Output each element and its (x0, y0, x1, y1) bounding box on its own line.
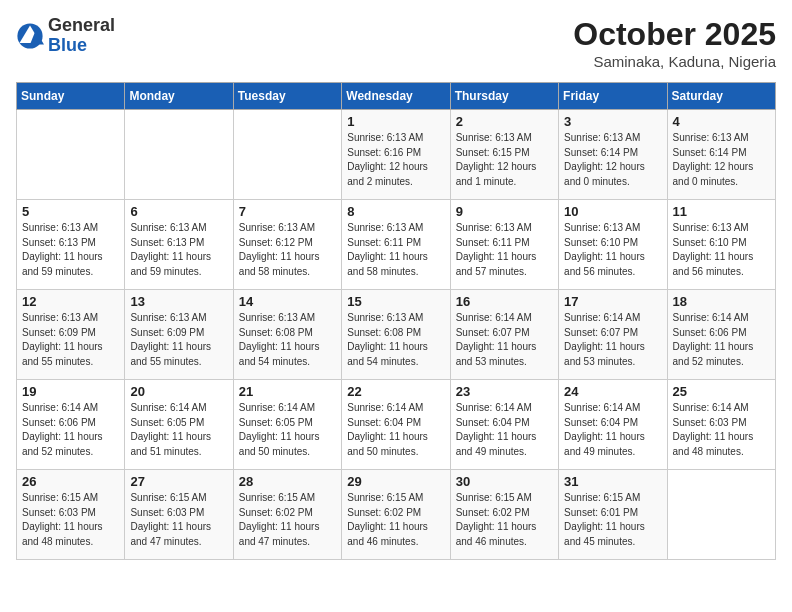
day-info: Sunrise: 6:14 AM Sunset: 6:04 PM Dayligh… (564, 401, 661, 459)
day-cell: 5Sunrise: 6:13 AM Sunset: 6:13 PM Daylig… (17, 200, 125, 290)
location: Saminaka, Kaduna, Nigeria (573, 53, 776, 70)
day-cell: 19Sunrise: 6:14 AM Sunset: 6:06 PM Dayli… (17, 380, 125, 470)
day-number: 8 (347, 204, 444, 219)
day-cell: 22Sunrise: 6:14 AM Sunset: 6:04 PM Dayli… (342, 380, 450, 470)
day-info: Sunrise: 6:14 AM Sunset: 6:05 PM Dayligh… (130, 401, 227, 459)
day-cell: 1Sunrise: 6:13 AM Sunset: 6:16 PM Daylig… (342, 110, 450, 200)
day-info: Sunrise: 6:14 AM Sunset: 6:06 PM Dayligh… (673, 311, 770, 369)
day-cell: 10Sunrise: 6:13 AM Sunset: 6:10 PM Dayli… (559, 200, 667, 290)
day-cell: 31Sunrise: 6:15 AM Sunset: 6:01 PM Dayli… (559, 470, 667, 560)
day-info: Sunrise: 6:13 AM Sunset: 6:15 PM Dayligh… (456, 131, 553, 189)
day-cell: 15Sunrise: 6:13 AM Sunset: 6:08 PM Dayli… (342, 290, 450, 380)
day-number: 30 (456, 474, 553, 489)
day-cell: 27Sunrise: 6:15 AM Sunset: 6:03 PM Dayli… (125, 470, 233, 560)
day-number: 10 (564, 204, 661, 219)
week-row-1: 1Sunrise: 6:13 AM Sunset: 6:16 PM Daylig… (17, 110, 776, 200)
day-info: Sunrise: 6:15 AM Sunset: 6:02 PM Dayligh… (347, 491, 444, 549)
day-cell: 7Sunrise: 6:13 AM Sunset: 6:12 PM Daylig… (233, 200, 341, 290)
day-number: 4 (673, 114, 770, 129)
day-info: Sunrise: 6:15 AM Sunset: 6:02 PM Dayligh… (239, 491, 336, 549)
logo: General Blue (16, 16, 115, 56)
day-cell (125, 110, 233, 200)
day-number: 26 (22, 474, 119, 489)
weekday-friday: Friday (559, 83, 667, 110)
logo-general: General (48, 15, 115, 35)
day-number: 28 (239, 474, 336, 489)
day-info: Sunrise: 6:14 AM Sunset: 6:07 PM Dayligh… (564, 311, 661, 369)
day-number: 29 (347, 474, 444, 489)
day-cell (667, 470, 775, 560)
day-info: Sunrise: 6:13 AM Sunset: 6:14 PM Dayligh… (564, 131, 661, 189)
day-cell: 18Sunrise: 6:14 AM Sunset: 6:06 PM Dayli… (667, 290, 775, 380)
day-cell: 24Sunrise: 6:14 AM Sunset: 6:04 PM Dayli… (559, 380, 667, 470)
day-cell: 12Sunrise: 6:13 AM Sunset: 6:09 PM Dayli… (17, 290, 125, 380)
weekday-row: SundayMondayTuesdayWednesdayThursdayFrid… (17, 83, 776, 110)
weekday-thursday: Thursday (450, 83, 558, 110)
day-cell: 3Sunrise: 6:13 AM Sunset: 6:14 PM Daylig… (559, 110, 667, 200)
day-cell (233, 110, 341, 200)
day-info: Sunrise: 6:15 AM Sunset: 6:03 PM Dayligh… (22, 491, 119, 549)
day-number: 9 (456, 204, 553, 219)
day-cell: 20Sunrise: 6:14 AM Sunset: 6:05 PM Dayli… (125, 380, 233, 470)
day-number: 27 (130, 474, 227, 489)
weekday-wednesday: Wednesday (342, 83, 450, 110)
day-number: 2 (456, 114, 553, 129)
day-number: 23 (456, 384, 553, 399)
day-cell: 9Sunrise: 6:13 AM Sunset: 6:11 PM Daylig… (450, 200, 558, 290)
day-number: 17 (564, 294, 661, 309)
day-number: 16 (456, 294, 553, 309)
day-cell: 17Sunrise: 6:14 AM Sunset: 6:07 PM Dayli… (559, 290, 667, 380)
day-cell: 28Sunrise: 6:15 AM Sunset: 6:02 PM Dayli… (233, 470, 341, 560)
day-info: Sunrise: 6:13 AM Sunset: 6:10 PM Dayligh… (564, 221, 661, 279)
day-cell: 16Sunrise: 6:14 AM Sunset: 6:07 PM Dayli… (450, 290, 558, 380)
day-info: Sunrise: 6:13 AM Sunset: 6:09 PM Dayligh… (22, 311, 119, 369)
day-cell: 25Sunrise: 6:14 AM Sunset: 6:03 PM Dayli… (667, 380, 775, 470)
day-cell (17, 110, 125, 200)
day-cell: 26Sunrise: 6:15 AM Sunset: 6:03 PM Dayli… (17, 470, 125, 560)
week-row-2: 5Sunrise: 6:13 AM Sunset: 6:13 PM Daylig… (17, 200, 776, 290)
day-number: 19 (22, 384, 119, 399)
day-info: Sunrise: 6:13 AM Sunset: 6:08 PM Dayligh… (239, 311, 336, 369)
day-info: Sunrise: 6:13 AM Sunset: 6:14 PM Dayligh… (673, 131, 770, 189)
day-info: Sunrise: 6:13 AM Sunset: 6:11 PM Dayligh… (347, 221, 444, 279)
weekday-monday: Monday (125, 83, 233, 110)
day-cell: 21Sunrise: 6:14 AM Sunset: 6:05 PM Dayli… (233, 380, 341, 470)
day-number: 11 (673, 204, 770, 219)
day-number: 22 (347, 384, 444, 399)
day-number: 18 (673, 294, 770, 309)
week-row-3: 12Sunrise: 6:13 AM Sunset: 6:09 PM Dayli… (17, 290, 776, 380)
day-number: 6 (130, 204, 227, 219)
logo-text: General Blue (48, 16, 115, 56)
day-cell: 4Sunrise: 6:13 AM Sunset: 6:14 PM Daylig… (667, 110, 775, 200)
day-cell: 6Sunrise: 6:13 AM Sunset: 6:13 PM Daylig… (125, 200, 233, 290)
day-info: Sunrise: 6:13 AM Sunset: 6:10 PM Dayligh… (673, 221, 770, 279)
month-title: October 2025 (573, 16, 776, 53)
day-number: 21 (239, 384, 336, 399)
title-block: October 2025 Saminaka, Kaduna, Nigeria (573, 16, 776, 70)
day-cell: 23Sunrise: 6:14 AM Sunset: 6:04 PM Dayli… (450, 380, 558, 470)
day-info: Sunrise: 6:14 AM Sunset: 6:06 PM Dayligh… (22, 401, 119, 459)
day-cell: 29Sunrise: 6:15 AM Sunset: 6:02 PM Dayli… (342, 470, 450, 560)
day-info: Sunrise: 6:14 AM Sunset: 6:07 PM Dayligh… (456, 311, 553, 369)
day-info: Sunrise: 6:13 AM Sunset: 6:12 PM Dayligh… (239, 221, 336, 279)
day-number: 15 (347, 294, 444, 309)
day-number: 14 (239, 294, 336, 309)
day-number: 3 (564, 114, 661, 129)
day-number: 25 (673, 384, 770, 399)
day-info: Sunrise: 6:15 AM Sunset: 6:02 PM Dayligh… (456, 491, 553, 549)
day-number: 13 (130, 294, 227, 309)
day-info: Sunrise: 6:13 AM Sunset: 6:11 PM Dayligh… (456, 221, 553, 279)
day-number: 31 (564, 474, 661, 489)
week-row-4: 19Sunrise: 6:14 AM Sunset: 6:06 PM Dayli… (17, 380, 776, 470)
logo-icon (16, 22, 44, 50)
day-info: Sunrise: 6:13 AM Sunset: 6:13 PM Dayligh… (130, 221, 227, 279)
day-info: Sunrise: 6:13 AM Sunset: 6:08 PM Dayligh… (347, 311, 444, 369)
day-number: 1 (347, 114, 444, 129)
day-info: Sunrise: 6:13 AM Sunset: 6:09 PM Dayligh… (130, 311, 227, 369)
day-cell: 30Sunrise: 6:15 AM Sunset: 6:02 PM Dayli… (450, 470, 558, 560)
day-cell: 11Sunrise: 6:13 AM Sunset: 6:10 PM Dayli… (667, 200, 775, 290)
day-number: 7 (239, 204, 336, 219)
day-info: Sunrise: 6:13 AM Sunset: 6:13 PM Dayligh… (22, 221, 119, 279)
day-cell: 2Sunrise: 6:13 AM Sunset: 6:15 PM Daylig… (450, 110, 558, 200)
day-cell: 13Sunrise: 6:13 AM Sunset: 6:09 PM Dayli… (125, 290, 233, 380)
